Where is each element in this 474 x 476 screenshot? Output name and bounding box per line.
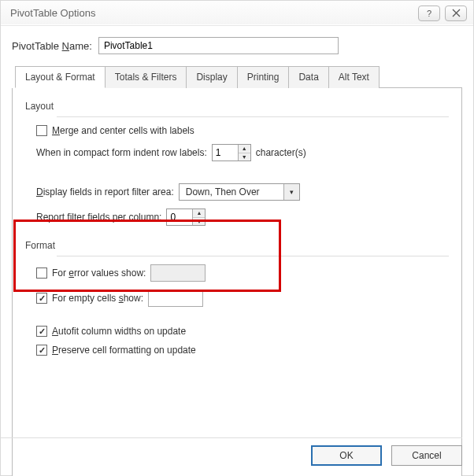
error-values-checkbox[interactable] xyxy=(36,268,47,279)
close-button[interactable] xyxy=(445,6,467,21)
separator xyxy=(57,256,449,256)
titlebar: PivotTable Options ? xyxy=(1,1,473,26)
tab-panel: Layout Merge and center cells with label… xyxy=(12,88,462,476)
indent-row: When in compact form indent row labels: … xyxy=(36,144,449,161)
spinner-arrows: ▲ ▼ xyxy=(192,209,205,225)
button-bar: OK Cancel xyxy=(311,437,462,466)
chevron-down-icon: ▾ xyxy=(283,184,299,200)
format-group-title: Format xyxy=(25,240,449,251)
per-column-row: Report filter fields per column: ▲ ▼ xyxy=(36,208,449,226)
tab-alt-text[interactable]: Alt Text xyxy=(328,66,380,88)
display-fields-row: Display fields in report filter area: Do… xyxy=(36,183,449,201)
tab-display[interactable]: Display xyxy=(186,66,237,88)
spinner-up[interactable]: ▲ xyxy=(193,209,205,218)
preserve-row: Preserve cell formatting on update xyxy=(36,345,449,356)
per-column-label: Report filter fields per column: xyxy=(36,212,161,223)
display-fields-value: Down, Then Over xyxy=(180,186,283,197)
tab-printing[interactable]: Printing xyxy=(237,66,290,88)
empty-cells-checkbox[interactable] xyxy=(36,293,47,304)
close-icon xyxy=(452,9,461,17)
spinner-down[interactable]: ▼ xyxy=(239,153,250,161)
autofit-row: Autofit column widths on update xyxy=(36,326,449,337)
autofit-label: Autofit column widths on update xyxy=(52,326,186,337)
error-values-row: For error values show: xyxy=(36,264,449,282)
error-values-label: For error values show: xyxy=(52,268,146,279)
window-buttons: ? xyxy=(418,6,467,21)
autofit-checkbox[interactable] xyxy=(36,326,47,337)
merge-row: Merge and center cells with labels xyxy=(36,125,449,136)
preserve-checkbox[interactable] xyxy=(36,345,47,356)
name-input[interactable] xyxy=(98,37,339,54)
ok-button[interactable]: OK xyxy=(311,445,382,466)
spinner-arrows: ▲ ▼ xyxy=(238,145,250,161)
cancel-button[interactable]: Cancel xyxy=(391,445,462,466)
indent-spinner[interactable]: ▲ ▼ xyxy=(212,144,251,161)
window-title: PivotTable Options xyxy=(10,7,418,19)
separator xyxy=(57,116,449,117)
per-column-input[interactable] xyxy=(167,209,192,225)
layout-group-title: Layout xyxy=(25,101,449,112)
merge-checkbox[interactable] xyxy=(36,125,47,136)
tab-bar: Layout & Format Totals & Filters Display… xyxy=(15,65,462,88)
dialog-window: PivotTable Options ? PivotTable Name: La… xyxy=(0,0,474,476)
empty-cells-row: For empty cells show: xyxy=(36,290,449,307)
empty-cells-input[interactable] xyxy=(148,290,203,307)
name-label: PivotTable Name: xyxy=(12,40,92,52)
preserve-label: Preserve cell formatting on update xyxy=(52,345,196,356)
tab-data[interactable]: Data xyxy=(288,66,328,88)
dialog-body: PivotTable Name: Layout & Format Totals … xyxy=(1,26,473,476)
spinner-down[interactable]: ▼ xyxy=(193,218,205,226)
spinner-up[interactable]: ▲ xyxy=(239,145,250,153)
empty-cells-label: For empty cells show: xyxy=(52,293,143,304)
indent-label: When in compact form indent row labels: xyxy=(36,147,207,158)
indent-suffix: character(s) xyxy=(256,147,306,158)
per-column-spinner[interactable]: ▲ ▼ xyxy=(166,208,206,226)
error-values-input xyxy=(150,264,206,282)
name-row: PivotTable Name: xyxy=(12,37,462,54)
indent-input[interactable] xyxy=(213,145,238,161)
tab-totals-filters[interactable]: Totals & Filters xyxy=(105,66,187,88)
display-fields-label: Display fields in report filter area: xyxy=(36,186,174,197)
help-button[interactable]: ? xyxy=(418,6,440,21)
merge-label: Merge and center cells with labels xyxy=(52,125,194,136)
tab-layout-format[interactable]: Layout & Format xyxy=(15,66,106,88)
display-fields-select[interactable]: Down, Then Over ▾ xyxy=(179,183,300,201)
